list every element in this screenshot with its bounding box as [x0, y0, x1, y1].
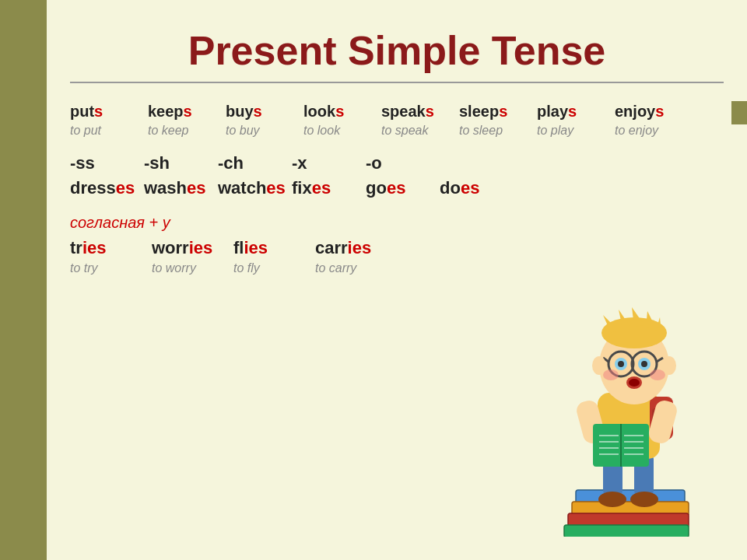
consonant-section: согласная + y triesworriesfliescarries t…: [70, 214, 724, 275]
boy-illustration: [529, 272, 731, 537]
es-verb-item: washes: [144, 178, 218, 198]
consonant-label: согласная + y: [70, 214, 724, 232]
es-forms-row: dresseswasheswatchesfixesgoesdoes: [70, 178, 724, 198]
svg-rect-3: [564, 525, 689, 537]
es-suffix: es: [461, 178, 479, 198]
es-verb-item: goes: [366, 178, 440, 198]
page-title: Present Simple Tense: [70, 27, 724, 74]
verb-item: plays: [537, 103, 615, 121]
verb-suffix: s: [655, 103, 664, 120]
ies-suffix: ies: [189, 238, 213, 257]
ies-prefix: worr: [152, 238, 189, 257]
verb-suffix: s: [568, 103, 577, 120]
es-verb-item: does: [440, 178, 514, 198]
ending-label: -sh: [144, 153, 218, 173]
verb-suffix: s: [184, 103, 192, 120]
verb-suffix: s: [426, 103, 434, 120]
es-suffix: es: [312, 178, 331, 198]
endings-labels-row: -ss-sh-ch-x-o: [70, 153, 724, 173]
es-verb-item: dresses: [70, 178, 144, 198]
verb-suffix: s: [254, 103, 262, 120]
svg-point-32: [650, 369, 665, 380]
svg-point-7: [630, 492, 658, 507]
ies-suffix: ies: [244, 238, 268, 257]
ies-verb-item: flies: [233, 238, 315, 258]
ies-suffix: ies: [348, 238, 372, 257]
ending-label: -x: [292, 153, 366, 173]
endings-section: -ss-sh-ch-x-o dresseswasheswatchesfixesg…: [70, 153, 724, 198]
ies-infinitive-item: to worry: [152, 261, 233, 275]
svg-point-25: [618, 361, 624, 367]
svg-point-26: [641, 361, 647, 367]
ies-prefix: fl: [233, 238, 244, 257]
verb-item: puts: [70, 103, 148, 121]
divider: [70, 82, 724, 83]
ies-prefix: carr: [315, 238, 348, 257]
svg-point-6: [598, 492, 626, 507]
verb-suffix: s: [94, 103, 103, 120]
ies-verb-item: carries: [315, 238, 397, 258]
verb-suffix: s: [499, 103, 507, 120]
left-sidebar: [0, 0, 47, 560]
svg-marker-16: [646, 311, 655, 328]
es-suffix: es: [387, 178, 405, 198]
infinitive-item: to buy: [226, 124, 303, 138]
infinitive-item: to play: [537, 124, 615, 138]
verb-item: buys: [226, 103, 303, 121]
ies-suffix: ies: [82, 238, 107, 257]
verb-suffix: s: [335, 103, 344, 120]
verb-item: sleeps: [459, 103, 537, 121]
svg-point-28: [629, 379, 640, 387]
infinitive-item: to sleep: [459, 124, 537, 138]
es-suffix: es: [116, 178, 135, 198]
ies-infinitive-item: to fly: [233, 261, 315, 275]
infinitive-item: to look: [303, 124, 381, 138]
es-suffix: es: [266, 178, 285, 198]
ies-forms-row: triesworriesfliescarries: [70, 238, 724, 258]
verb-item: looks: [303, 103, 381, 121]
verb-forms-row: putskeepsbuyslooksspeakssleepsplaysenjoy…: [70, 103, 724, 121]
infinitive-item: to keep: [148, 124, 226, 138]
infinitive-item: to enjoy: [615, 124, 693, 138]
verb-item: speaks: [381, 103, 459, 121]
ies-prefix: tr: [70, 238, 82, 257]
infinitives-row: to putto keepto buyto lookto speakto sle…: [70, 124, 724, 138]
ies-infinitive-item: to carry: [315, 261, 397, 275]
svg-point-30: [662, 356, 676, 375]
infinitive-item: to speak: [381, 124, 459, 138]
verb-item: keeps: [148, 103, 226, 121]
verb-item: enjoys: [615, 103, 693, 121]
infinitive-item: to put: [70, 124, 148, 138]
verbs-section: putskeepsbuyslooksspeakssleepsplaysenjoy…: [70, 103, 724, 138]
svg-point-31: [603, 369, 619, 380]
es-suffix: es: [187, 178, 205, 198]
es-verb-item: watches: [218, 178, 292, 198]
ies-infinitive-item: to try: [70, 261, 152, 275]
ending-label: -ss: [70, 153, 144, 173]
es-verb-item: fixes: [292, 178, 366, 198]
svg-point-29: [592, 356, 606, 375]
ies-verb-item: tries: [70, 238, 152, 258]
ies-verb-item: worries: [152, 238, 233, 258]
ending-label: -o: [366, 153, 440, 173]
ending-label: -ch: [218, 153, 292, 173]
